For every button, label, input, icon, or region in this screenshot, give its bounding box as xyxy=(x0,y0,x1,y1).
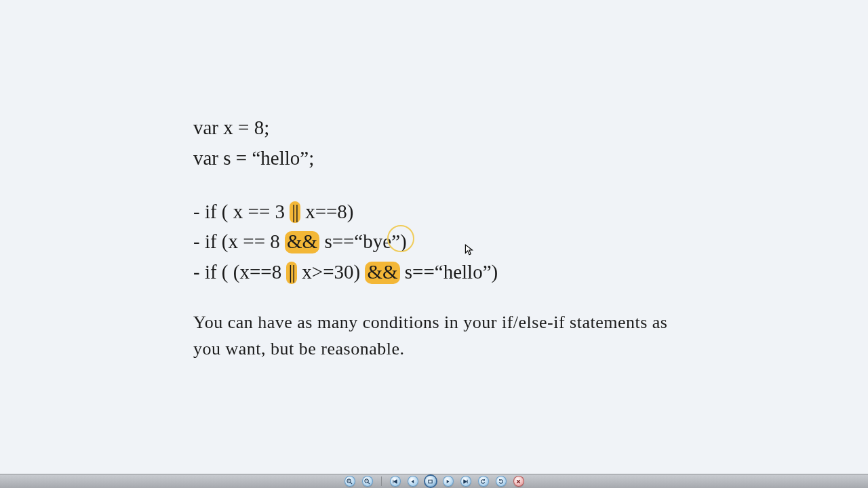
slide-content: var x = 8; var s = “hello”; - if ( x == … xyxy=(193,113,675,363)
annotation-circle: ” xyxy=(391,226,400,257)
slide-note: You can have as many conditions in your … xyxy=(193,309,675,362)
previous-slide-button[interactable] xyxy=(408,476,418,487)
code-text: - if (x == 8 xyxy=(193,230,285,252)
code-text: ” xyxy=(391,230,400,252)
last-slide-button[interactable] xyxy=(460,476,471,487)
code-text: - if ( (x==8 xyxy=(193,261,286,283)
next-slide-button[interactable] xyxy=(443,476,454,487)
redo-icon xyxy=(498,479,504,485)
svg-line-5 xyxy=(368,482,370,484)
slide-area: var x = 8; var s = “hello”; - if ( x == … xyxy=(0,0,868,474)
code-text: - if ( x == 3 xyxy=(193,201,290,222)
close-button[interactable] xyxy=(513,476,524,487)
code-line-2: var s = “hello”; xyxy=(193,143,675,174)
operator-or: || xyxy=(286,262,297,284)
zoom-in-button[interactable] xyxy=(344,476,355,487)
code-text: s==“hello”) xyxy=(400,261,498,283)
svg-rect-7 xyxy=(429,480,432,483)
slide-icon xyxy=(427,479,433,485)
code-line-5: - if ( (x==8 || x>=30) && s==“hello”) xyxy=(193,257,675,287)
operator-and: && xyxy=(365,262,399,284)
zoom-out-button[interactable] xyxy=(362,476,373,487)
first-slide-button[interactable] xyxy=(390,476,401,487)
code-text: x>=30) xyxy=(297,261,365,283)
code-line-4: - if (x == 8 && s==“bye”) xyxy=(193,226,675,257)
undo-icon xyxy=(480,479,486,485)
redo-button[interactable] xyxy=(496,476,507,487)
code-line-1: var x = 8; xyxy=(193,113,675,143)
first-icon xyxy=(392,479,398,485)
code-text: ) xyxy=(400,230,407,252)
code-line-3: - if ( x == 3 || x==8) xyxy=(193,197,675,227)
close-icon xyxy=(515,479,521,485)
last-icon xyxy=(462,479,469,485)
code-text: x==8) xyxy=(300,201,354,222)
zoom-out-icon xyxy=(364,479,370,485)
next-icon xyxy=(445,479,451,485)
code-text: s==“bye xyxy=(319,230,391,252)
current-slide-button[interactable] xyxy=(425,476,436,487)
previous-icon xyxy=(410,479,416,485)
undo-button[interactable] xyxy=(478,476,489,487)
separator xyxy=(381,476,382,486)
zoom-in-icon xyxy=(347,479,353,485)
svg-line-1 xyxy=(351,482,353,484)
cursor-icon xyxy=(465,235,474,247)
operator-or: || xyxy=(290,201,300,224)
presentation-toolbar xyxy=(0,474,868,488)
operator-and: && xyxy=(285,231,319,253)
